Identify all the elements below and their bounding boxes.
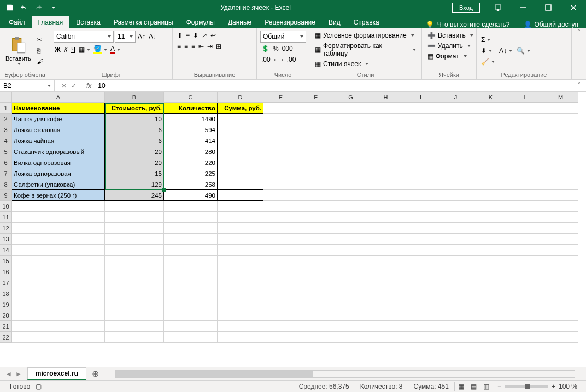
cell-D10[interactable] <box>218 201 263 212</box>
cell-H2[interactable] <box>368 114 403 124</box>
cell-F1[interactable] <box>298 103 333 114</box>
cell-C5[interactable]: 280 <box>164 146 218 157</box>
tell-me[interactable]: 💡Что вы хотите сделать? <box>419 21 517 28</box>
cell-K5[interactable] <box>473 146 508 157</box>
cell-M5[interactable] <box>543 146 578 157</box>
cell-C15[interactable] <box>164 256 218 266</box>
increase-decimal-icon[interactable]: .00→ <box>260 55 278 64</box>
cell-G16[interactable] <box>333 266 368 277</box>
cell-F17[interactable] <box>298 277 333 288</box>
cell-C1[interactable]: Количество <box>164 103 218 114</box>
cell-M9[interactable] <box>543 190 578 201</box>
cell-A5[interactable]: Стаканчик одноразовый <box>12 146 105 157</box>
cell-F11[interactable] <box>298 212 333 223</box>
cell-D2[interactable] <box>218 114 263 124</box>
cut-icon[interactable]: ✂ <box>36 35 44 45</box>
col-header-L[interactable]: L <box>508 92 543 103</box>
cell-B2[interactable]: 10 <box>105 114 164 124</box>
cell-B4[interactable]: 6 <box>105 135 164 146</box>
cell-K7[interactable] <box>473 168 508 179</box>
font-name-combo[interactable]: Calibri <box>54 31 114 43</box>
select-all-button[interactable] <box>0 92 12 103</box>
cell-J3[interactable] <box>438 124 473 135</box>
autosum-icon[interactable]: Σ <box>480 35 496 45</box>
cell-I2[interactable] <box>403 114 438 124</box>
cell-L1[interactable] <box>508 103 543 114</box>
cell-E4[interactable] <box>263 135 298 146</box>
cell-K1[interactable] <box>473 103 508 114</box>
col-header-C[interactable]: C <box>164 92 218 103</box>
cell-G11[interactable] <box>333 212 368 223</box>
cell-L6[interactable] <box>508 157 543 168</box>
save-icon[interactable] <box>3 1 16 14</box>
cell-G12[interactable] <box>333 223 368 234</box>
cell-C17[interactable] <box>164 277 218 288</box>
cell-I19[interactable] <box>403 299 438 310</box>
cell-K9[interactable] <box>473 190 508 201</box>
cell-B5[interactable]: 20 <box>105 146 164 157</box>
cell-J10[interactable] <box>438 201 473 212</box>
cell-F20[interactable] <box>298 310 333 321</box>
cell-I7[interactable] <box>403 168 438 179</box>
cell-D9[interactable] <box>218 190 263 201</box>
cell-H1[interactable] <box>368 103 403 114</box>
cell-F22[interactable] <box>298 332 333 343</box>
cell-H18[interactable] <box>368 288 403 299</box>
orientation-icon[interactable]: ↗ <box>201 31 208 40</box>
sheet-tab[interactable]: microexcel.ru <box>27 367 86 380</box>
row-header-14[interactable]: 14 <box>0 245 12 256</box>
cell-K21[interactable] <box>473 321 508 332</box>
cell-I20[interactable] <box>403 310 438 321</box>
cell-B20[interactable] <box>105 310 164 321</box>
format-cells-button[interactable]: ▦Формат <box>425 51 473 61</box>
cell-A15[interactable] <box>12 256 105 266</box>
cell-K4[interactable] <box>473 135 508 146</box>
row-header-15[interactable]: 15 <box>0 256 12 266</box>
merge-icon[interactable]: ⊞ <box>215 41 222 51</box>
align-center-icon[interactable]: ≡ <box>183 41 189 51</box>
cell-F13[interactable] <box>298 234 333 245</box>
cell-K20[interactable] <box>473 310 508 321</box>
italic-button[interactable]: К <box>63 45 69 55</box>
cell-E20[interactable] <box>263 310 298 321</box>
row-header-21[interactable]: 21 <box>0 321 12 332</box>
signin-button[interactable]: Вход <box>452 3 480 13</box>
close-icon[interactable] <box>561 0 586 15</box>
cell-C20[interactable] <box>164 310 218 321</box>
cell-G15[interactable] <box>333 256 368 266</box>
cell-E22[interactable] <box>263 332 298 343</box>
cell-D20[interactable] <box>218 310 263 321</box>
cell-C19[interactable] <box>164 299 218 310</box>
cell-D21[interactable] <box>218 321 263 332</box>
copy-icon[interactable]: ⎘ <box>36 46 44 56</box>
currency-icon[interactable]: 💲 <box>260 44 271 54</box>
cell-F9[interactable] <box>298 190 333 201</box>
tab-layout[interactable]: Разметка страницы <box>107 16 180 28</box>
cell-I21[interactable] <box>403 321 438 332</box>
cell-G17[interactable] <box>333 277 368 288</box>
row-header-22[interactable]: 22 <box>0 332 12 343</box>
horizontal-scrollbar[interactable] <box>115 370 575 378</box>
cell-K18[interactable] <box>473 288 508 299</box>
cell-I11[interactable] <box>403 212 438 223</box>
cell-B21[interactable] <box>105 321 164 332</box>
cell-L22[interactable] <box>508 332 543 343</box>
cell-K3[interactable] <box>473 124 508 135</box>
cell-I10[interactable] <box>403 201 438 212</box>
cell-A17[interactable] <box>12 277 105 288</box>
col-header-M[interactable]: M <box>543 92 578 103</box>
tab-file[interactable]: Файл <box>2 16 32 28</box>
tab-insert[interactable]: Вставка <box>69 16 107 28</box>
cell-A6[interactable]: Вилка одноразовая <box>12 157 105 168</box>
tab-data[interactable]: Данные <box>221 16 258 28</box>
cell-F10[interactable] <box>298 201 333 212</box>
cell-D22[interactable] <box>218 332 263 343</box>
cell-G7[interactable] <box>333 168 368 179</box>
cell-E21[interactable] <box>263 321 298 332</box>
comma-icon[interactable]: 000 <box>281 44 294 54</box>
cell-K16[interactable] <box>473 266 508 277</box>
cell-A16[interactable] <box>12 266 105 277</box>
cell-F15[interactable] <box>298 256 333 266</box>
cell-B15[interactable] <box>105 256 164 266</box>
cell-F8[interactable] <box>298 179 333 190</box>
